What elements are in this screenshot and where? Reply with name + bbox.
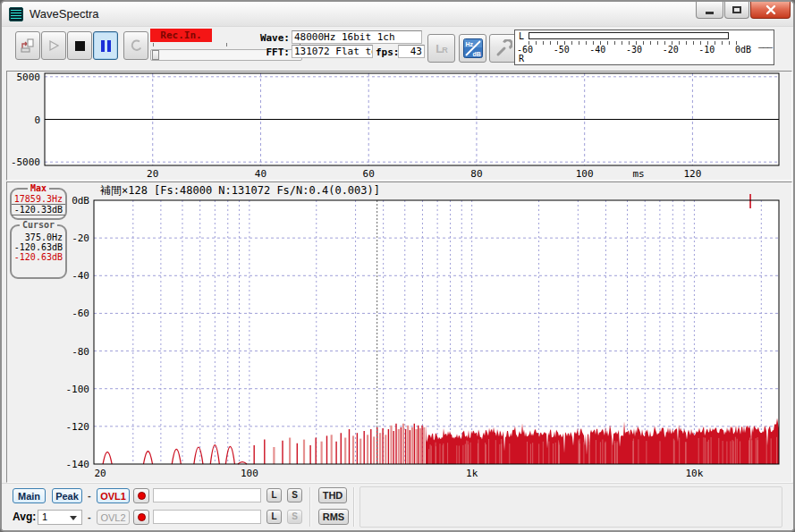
play-button[interactable] <box>41 31 66 60</box>
wave-label: Wave: <box>255 32 290 44</box>
cursor-level-value-red: -120.63dB <box>12 252 65 262</box>
fps-label: fps: <box>376 46 400 58</box>
titlebar[interactable]: WaveSpectra <box>2 2 793 27</box>
meter-left-label: L <box>519 31 524 41</box>
svg-text:ms: ms <box>632 168 644 180</box>
meter-right-label: R <box>519 54 524 63</box>
close-icon <box>765 4 776 15</box>
loop-icon <box>129 38 143 53</box>
ovl1-load-button[interactable]: L <box>266 488 282 502</box>
record-dot-icon <box>138 492 146 500</box>
dash-separator: - <box>88 490 91 501</box>
svg-text:-100: -100 <box>66 384 90 395</box>
svg-text:100: 100 <box>576 168 594 180</box>
spectrum-panel: 0dB-20-40-60-80-100-120-140201001k10k 補間… <box>6 182 792 483</box>
minimize-button[interactable] <box>696 2 723 19</box>
waveform-plot: 20406080100120ms50000-5000 <box>7 72 791 180</box>
channel-lr-icon: LR <box>436 42 446 55</box>
separator <box>309 487 311 527</box>
waveform-panel: 20406080100120ms50000-5000 <box>6 71 792 181</box>
maximize-icon <box>732 6 741 13</box>
window-title: WaveSpectra <box>30 2 99 27</box>
svg-text:-120: -120 <box>66 421 90 433</box>
avg-select[interactable]: 1 <box>38 510 82 525</box>
fps-value: 43 <box>398 45 425 58</box>
spectrum-plot[interactable]: 0dB-20-40-60-80-100-120-140201001k10k <box>7 182 791 482</box>
meter-bar-left <box>529 32 729 39</box>
open-device-icon <box>20 38 36 54</box>
status-blank-panel <box>359 486 782 528</box>
rec-in-badge: Rec.In. <box>150 29 212 42</box>
svg-text:20: 20 <box>147 168 158 180</box>
svg-text:5000: 5000 <box>17 72 41 83</box>
meter-scale-label: -50 <box>554 45 570 55</box>
svg-text:-20: -20 <box>72 232 89 244</box>
svg-text:1k: 1k <box>466 468 478 479</box>
fft-settings-value: 131072 Flat top <box>292 45 373 58</box>
cursor-level-value: -120.63dB <box>12 242 65 252</box>
svg-text:60: 60 <box>363 168 375 180</box>
ovl1-file-field[interactable] <box>153 488 261 502</box>
dash-separator: - <box>88 511 91 522</box>
channel-lr-button[interactable]: LR <box>427 34 455 63</box>
svg-text:20: 20 <box>94 468 106 479</box>
play-icon <box>47 38 61 53</box>
app-icon <box>9 7 23 21</box>
max-title: Max <box>28 183 49 194</box>
stop-icon <box>75 41 85 51</box>
pause-icon <box>101 40 111 52</box>
ovl1-button[interactable]: OVL1 <box>97 488 130 503</box>
svg-text:-140: -140 <box>66 459 90 470</box>
svg-text:40: 40 <box>255 168 266 180</box>
meter-overflow-dashes: ——— <box>758 42 772 52</box>
slider-tick <box>226 43 227 46</box>
cursor-frequency-value: 375.0Hz <box>12 232 65 242</box>
close-button[interactable] <box>750 2 791 19</box>
ovl2-save-button[interactable]: S <box>287 510 302 524</box>
rms-button[interactable]: RMS <box>318 509 349 525</box>
svg-text:-40: -40 <box>72 270 89 282</box>
minimize-icon <box>706 12 714 14</box>
ovl1-record-button[interactable] <box>133 488 149 503</box>
peak-button[interactable]: Peak <box>52 488 82 503</box>
loop-button[interactable] <box>123 31 148 60</box>
svg-text:-5000: -5000 <box>11 156 40 168</box>
wrench-icon <box>495 39 512 57</box>
meter-scale-label: -10 <box>698 45 715 55</box>
ovl2-load-button[interactable]: L <box>266 510 282 524</box>
meter-scale-label: -30 <box>626 45 642 55</box>
svg-text:10k: 10k <box>685 468 703 479</box>
ovl1-save-button[interactable]: S <box>287 488 302 502</box>
svg-text:-60: -60 <box>72 308 89 319</box>
toolbar: Rec.In. Wave: 48000Hz 16bit 1ch FFT: 131… <box>2 27 793 69</box>
meter-scale-label: 0dB <box>735 45 751 55</box>
chevron-down-icon <box>70 516 77 520</box>
svg-text:0: 0 <box>34 114 40 126</box>
max-level-value: -120.33dB <box>12 205 65 215</box>
wavespectra-window: WaveSpectra <box>0 0 795 532</box>
settings-button[interactable] <box>489 34 517 63</box>
pause-button[interactable] <box>93 31 118 60</box>
hz-db-scale-button[interactable]: Hz dB <box>459 34 486 63</box>
main-button[interactable]: Main <box>13 488 46 503</box>
cursor-title: Cursor <box>20 220 57 231</box>
ovl2-record-button[interactable] <box>133 510 149 525</box>
max-frequency-value: 17859.3Hz <box>12 194 65 205</box>
fft-label: FFT: <box>255 46 290 58</box>
svg-text:dB: dB <box>472 51 480 57</box>
stop-button[interactable] <box>67 31 92 60</box>
open-device-button[interactable] <box>15 31 40 60</box>
separator <box>353 487 355 527</box>
spectrum-header: 補間×128 [Fs:48000 N:131072 Fs/N:0.4(0.003… <box>100 183 380 198</box>
maximize-button[interactable] <box>724 2 749 19</box>
svg-text:80: 80 <box>470 168 482 180</box>
ovl2-file-field[interactable] <box>153 510 261 524</box>
meter-scale-label: -40 <box>589 45 605 55</box>
slider-thumb[interactable] <box>152 50 159 60</box>
slider-tick <box>153 43 154 46</box>
level-meter: L -60 -50 -40 -30 -20 -10 0dB ——— R <box>514 30 774 65</box>
bottom-bar: Main Peak - OVL1 L S THD Avg: 1 - OVL2 L… <box>2 483 793 530</box>
ovl2-button[interactable]: OVL2 <box>97 510 130 525</box>
svg-text:0dB: 0dB <box>72 195 89 207</box>
thd-button[interactable]: THD <box>318 487 347 503</box>
